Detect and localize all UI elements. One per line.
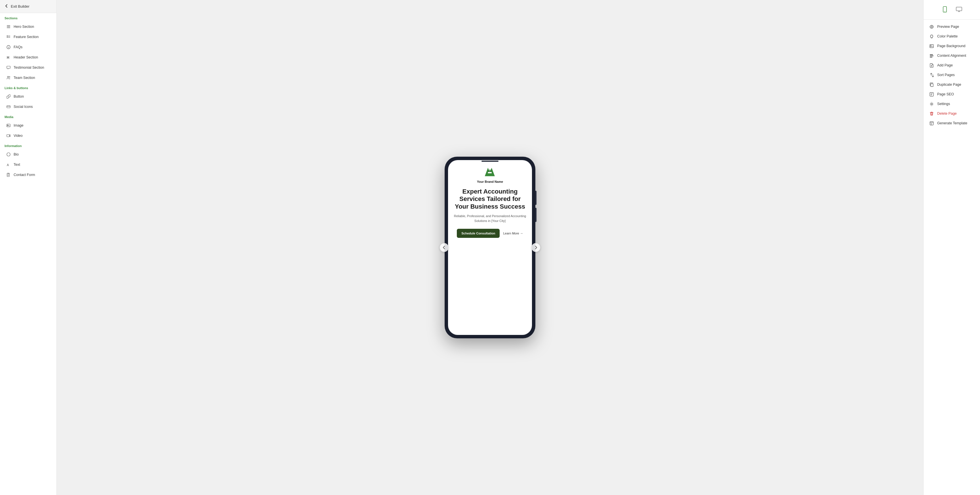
svg-rect-5: [7, 37, 8, 38]
copy-icon: [929, 82, 934, 87]
generate-template-item[interactable]: Generate Template: [924, 118, 980, 128]
svg-rect-34: [930, 55, 934, 56]
brand-name: Your Brand Name: [477, 180, 503, 184]
svg-rect-35: [930, 57, 932, 57]
phone-screen: Your Brand Name Expert Accounting Servic…: [448, 160, 532, 335]
sort-pages-label: Sort Pages: [937, 73, 955, 77]
desktop-view-button[interactable]: [955, 5, 963, 15]
prev-arrow-button[interactable]: [439, 243, 449, 252]
settings-item[interactable]: Settings: [924, 99, 980, 109]
svg-point-11: [9, 77, 10, 77]
sidebar-item-header[interactable]: H Header Section: [2, 53, 55, 62]
svg-text:A: A: [7, 163, 9, 167]
link-icon: [6, 94, 11, 99]
phone-frame: Your Brand Name Expert Accounting Servic…: [445, 156, 535, 339]
align-icon: [929, 53, 934, 58]
card-icon: [6, 104, 11, 109]
hero-section-label: Hero Section: [14, 25, 34, 29]
color-palette-item[interactable]: Color Palette: [924, 32, 980, 41]
menu-icon: [6, 24, 11, 29]
generate-template-label: Generate Template: [937, 121, 967, 125]
hero-subtitle: Reliable, Professional, and Personalized…: [454, 214, 526, 223]
phone-mockup: Your Brand Name Expert Accounting Servic…: [445, 156, 535, 339]
sort-icon: [929, 73, 934, 77]
schedule-consultation-button[interactable]: Schedule Consultation: [457, 229, 500, 238]
svg-rect-0: [7, 25, 10, 26]
header-section-label: Header Section: [14, 55, 38, 59]
info-label: Information: [0, 141, 56, 149]
content-alignment-item[interactable]: Content Alignment: [924, 51, 980, 61]
sidebar-item-bio[interactable]: Bio: [2, 150, 55, 159]
bulb-icon: [929, 34, 934, 38]
svg-rect-3: [7, 35, 8, 36]
media-label: Media: [0, 112, 56, 120]
settings-label: Settings: [937, 102, 950, 106]
links-buttons-label: Links & buttons: [0, 83, 56, 91]
phone-side-button: [535, 191, 536, 205]
sidebar-item-team[interactable]: Team Section: [2, 73, 55, 83]
delete-page-item[interactable]: Delete Page: [924, 109, 980, 118]
video-icon: [6, 133, 11, 138]
sidebar-item-social[interactable]: Social Icons: [2, 102, 55, 112]
duplicate-page-label: Duplicate Page: [937, 83, 961, 86]
sidebar-item-hero[interactable]: Hero Section: [2, 22, 55, 32]
team-icon: [6, 75, 11, 80]
svg-point-25: [945, 11, 945, 12]
trash-icon: [929, 111, 934, 116]
svg-rect-16: [7, 134, 10, 137]
svg-rect-12: [7, 105, 10, 108]
sidebar-item-faqs[interactable]: ? FAQs: [2, 42, 55, 52]
bio-label: Bio: [14, 152, 19, 156]
sidebar-item-button[interactable]: Button: [2, 92, 55, 101]
svg-point-17: [7, 153, 10, 156]
next-arrow-button[interactable]: [531, 243, 541, 252]
seo-icon: [929, 92, 934, 96]
exit-builder-label: Exit Builder: [11, 4, 30, 8]
svg-text:?: ?: [8, 46, 10, 49]
text-icon: A: [6, 162, 11, 167]
delete-page-label: Delete Page: [937, 112, 957, 115]
svg-point-15: [7, 125, 8, 125]
sort-pages-item[interactable]: Sort Pages: [924, 70, 980, 80]
add-page-label: Add Page: [937, 63, 953, 67]
svg-rect-33: [930, 54, 933, 55]
hero-buttons: Schedule Consultation Learn More →: [457, 229, 523, 238]
svg-point-10: [7, 77, 8, 77]
image-frame-icon: [929, 44, 934, 48]
page-background-label: Page Background: [937, 44, 965, 48]
feature-section-label: Feature Section: [14, 35, 38, 39]
preview-page-label: Preview Page: [937, 25, 959, 29]
device-toggle: [924, 3, 980, 19]
template-icon: [929, 121, 934, 125]
faqs-label: FAQs: [14, 45, 22, 49]
svg-rect-1: [7, 26, 10, 27]
duplicate-page-item[interactable]: Duplicate Page: [924, 80, 980, 89]
button-label: Button: [14, 94, 24, 99]
learn-more-button[interactable]: Learn More →: [503, 232, 523, 235]
sidebar-item-video[interactable]: Video: [2, 131, 55, 141]
sidebar-item-image[interactable]: Image: [2, 121, 55, 130]
doc-icon: [6, 172, 11, 177]
mobile-view-button[interactable]: [940, 5, 949, 15]
svg-point-29: [931, 26, 932, 27]
text-label: Text: [14, 163, 20, 167]
preview-page-item[interactable]: Preview Page: [924, 22, 980, 32]
sidebar-item-feature[interactable]: Feature Section: [2, 32, 55, 42]
chat-icon: [6, 65, 11, 70]
sidebar-item-text[interactable]: A Text: [2, 160, 55, 169]
sidebar-item-testimonial[interactable]: Testimonial Section: [2, 63, 55, 72]
social-icons-label: Social Icons: [14, 105, 33, 109]
exit-builder-button[interactable]: Exit Builder: [0, 0, 56, 13]
back-arrow-icon: [5, 4, 8, 9]
right-sidebar: Preview Page Color Palette Page Backgrou…: [923, 0, 980, 495]
brand-logo: [484, 167, 496, 178]
page-seo-item[interactable]: Page SEO: [924, 89, 980, 99]
sidebar-item-contact-form[interactable]: Contact Form: [2, 170, 55, 180]
page-background-item[interactable]: Page Background: [924, 41, 980, 51]
color-palette-label: Color Palette: [937, 34, 958, 38]
page-seo-label: Page SEO: [937, 92, 954, 96]
page-plus-icon: [929, 63, 934, 67]
add-page-item[interactable]: Add Page: [924, 61, 980, 70]
svg-rect-2: [7, 27, 10, 28]
svg-rect-26: [956, 7, 962, 11]
